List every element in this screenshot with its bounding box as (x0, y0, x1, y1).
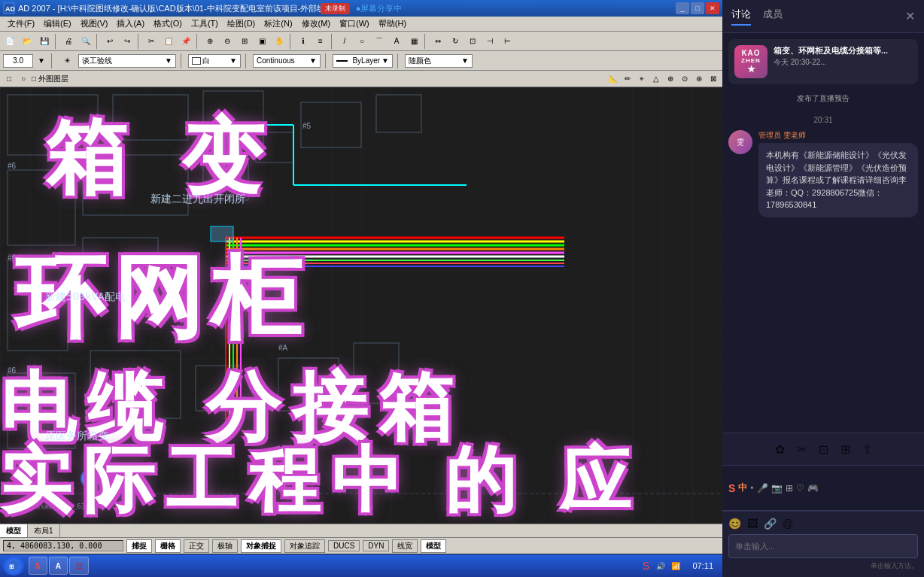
tool-icon-1[interactable]: 📐 (607, 73, 619, 85)
zoom-window-button[interactable]: ▣ (254, 34, 270, 49)
menu-insert[interactable]: 插入(A) (112, 17, 149, 31)
tray-volume[interactable]: 🔊 (655, 560, 667, 572)
tool-icon-3[interactable]: ⌖ (636, 73, 648, 85)
tool-icon-6[interactable]: ⊙ (679, 73, 691, 85)
move-button[interactable]: ⇔ (430, 34, 446, 49)
link-icon[interactable]: 🔗 (764, 518, 777, 530)
sep7 (424, 34, 427, 49)
tab-model[interactable]: 模型 (0, 524, 28, 537)
snap-capture[interactable]: 捕捉 (126, 539, 152, 553)
chat-input[interactable] (728, 534, 918, 558)
image-icon[interactable]: 🖼 (747, 518, 758, 530)
properties-button[interactable]: ℹ (295, 34, 312, 49)
zoom-value[interactable]: 3.0 (3, 54, 33, 68)
trim-button[interactable]: ⊣ (482, 34, 498, 49)
layer-label: □ 外图图层 (32, 74, 68, 84)
tool-icon-5[interactable]: ⊕ (664, 73, 676, 85)
menu-format[interactable]: 格式(O) (149, 17, 187, 31)
rotate-button[interactable]: ↻ (447, 34, 464, 49)
snap-ducs[interactable]: DUCS (328, 540, 360, 551)
hatch-button[interactable]: ▦ (406, 34, 422, 49)
snap-model[interactable]: 模型 (421, 539, 446, 553)
tab-layout1[interactable]: 布局1 (28, 524, 60, 537)
zoom-out-button[interactable]: ⊖ (219, 34, 236, 49)
chat-messages[interactable]: 20:31 雯 管理员 雯老师 本机构有《新能源储能设计》《光伏发电设计》《新能… (722, 107, 924, 433)
tool-icon-8[interactable]: ⊠ (707, 73, 719, 85)
color-select[interactable]: 白 ▼ (188, 54, 241, 68)
undo-button[interactable]: ↩ (102, 34, 118, 49)
menu-window[interactable]: 窗口(W) (335, 17, 374, 31)
text-button[interactable]: A (388, 34, 405, 49)
open-button[interactable]: 📂 (19, 34, 35, 49)
tray-app-s[interactable]: S (640, 560, 652, 572)
menu-modify[interactable]: 修改(M) (297, 17, 336, 31)
tool-icon-7[interactable]: ⊛ (693, 73, 705, 85)
zoom-dropdown[interactable]: ▼ (36, 53, 47, 68)
start-button[interactable]: ⊞ (3, 556, 24, 575)
sender-avatar: 雯 (728, 130, 752, 154)
taskbar-app-s[interactable]: S (29, 557, 47, 575)
live-notification[interactable]: KAO ZHEN ★ 箱变、环网柜及电缆分接箱等... 今天 20:30-22.… (728, 39, 918, 84)
tool-icon-2[interactable]: ✏ (622, 73, 634, 85)
save-button[interactable]: 💾 (36, 34, 53, 49)
reaction-grid[interactable]: ⊞ (840, 442, 850, 457)
at-icon[interactable]: @ (783, 518, 793, 530)
redo-button[interactable]: ↪ (119, 34, 135, 49)
arc-button[interactable]: ⌒ (371, 34, 388, 49)
maximize-button[interactable]: □ (691, 2, 704, 14)
layer-lock-icon[interactable]: □ (3, 73, 15, 85)
menu-edit[interactable]: 编辑(E) (39, 17, 76, 31)
menu-view[interactable]: 视图(V) (76, 17, 113, 31)
line-button[interactable]: / (336, 34, 353, 49)
menu-help[interactable]: 帮助(H) (374, 17, 411, 31)
reaction-flower[interactable]: ✿ (775, 442, 785, 457)
zoom-in-button[interactable]: ⊕ (202, 34, 218, 49)
linetype-select[interactable]: Continuous ▼ (253, 54, 321, 68)
layer-select[interactable]: 谈工验线 ▼ (78, 54, 176, 68)
chat-close-button[interactable]: ✕ (905, 9, 915, 23)
emoji-icon[interactable]: 😊 (728, 518, 741, 530)
lineweight-select[interactable]: ByLayer ▼ (333, 54, 393, 68)
close-button[interactable]: ✕ (706, 2, 719, 14)
snap-grid[interactable]: 栅格 (155, 539, 181, 553)
minimize-button[interactable]: _ (676, 2, 689, 14)
circle-button[interactable]: ○ (354, 34, 370, 49)
taskbar-app-pdf[interactable]: ⊡ (69, 557, 89, 575)
snap-lw[interactable]: 线宽 (392, 539, 418, 553)
tab-discussion[interactable]: 讨论 (731, 8, 751, 26)
extend-button[interactable]: ⊢ (499, 34, 515, 49)
zoom-all-button[interactable]: ⊞ (236, 34, 253, 49)
tray-network[interactable]: 📶 (670, 560, 682, 572)
taskbar-app-a[interactable]: A (49, 557, 68, 575)
snap-ortho[interactable]: 正交 (184, 539, 209, 553)
streamer-info-wrap: S 中 • 🎤 📷 ⊞ ♡ 🎮 (728, 481, 918, 494)
menu-tools[interactable]: 工具(T) (187, 17, 223, 31)
plotstyle-select[interactable]: 随颜色 ▼ (405, 54, 473, 68)
reaction-scissors[interactable]: ✂ (797, 442, 807, 457)
menu-draw[interactable]: 绘图(D) (223, 17, 260, 31)
new-button[interactable]: 📄 (2, 34, 18, 49)
layer-vis-icon[interactable]: ○ (17, 73, 29, 85)
cad-viewport[interactable]: #5 #6 #6 #6 #A #A (0, 87, 722, 524)
scale-button[interactable]: ⊡ (464, 34, 481, 49)
snap-object[interactable]: 对象捕捉 (241, 539, 281, 553)
layer-visibility-btn[interactable]: ☀ (59, 53, 75, 68)
app-s-icon: S (35, 562, 41, 570)
copy-button[interactable]: 📋 (160, 34, 177, 49)
tool-icon-4[interactable]: △ (650, 73, 662, 85)
svg-text:⊞: ⊞ (9, 563, 14, 570)
reaction-screen[interactable]: ⊡ (819, 442, 828, 457)
reaction-share[interactable]: ⇧ (862, 442, 872, 457)
tab-members[interactable]: 成员 (763, 8, 783, 26)
snap-polar[interactable]: 极轴 (212, 539, 238, 553)
snap-track[interactable]: 对象追踪 (284, 539, 325, 553)
menu-file[interactable]: 文件(F) (3, 17, 39, 31)
menu-dimension[interactable]: 标注(N) (260, 17, 296, 31)
paste-button[interactable]: 📌 (178, 34, 194, 49)
print-button[interactable]: 🖨 (60, 34, 77, 49)
layer-button[interactable]: ≡ (312, 34, 329, 49)
snap-dyn[interactable]: DYN (363, 540, 389, 551)
pan-button[interactable]: ✋ (271, 34, 287, 49)
cut-button[interactable]: ✂ (143, 34, 160, 49)
print-preview-button[interactable]: 🔍 (78, 34, 94, 49)
